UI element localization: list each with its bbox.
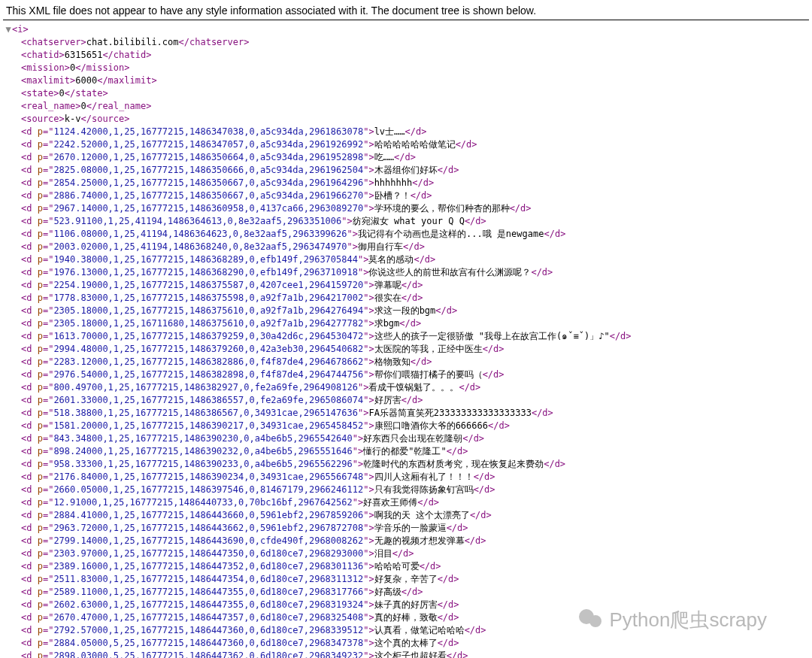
xml-d-element: <d p="2589.11000,1,25,16777215,148644735… (5, 586, 810, 599)
expand-arrow[interactable]: ▼ (5, 23, 12, 36)
xml-element: <chatserver>chat.bilibili.com</chatserve… (5, 36, 810, 49)
xml-d-element: <d p="2792.57000,1,25,16777215,148644736… (5, 624, 810, 637)
xml-element: <state>0</state> (5, 87, 810, 100)
xml-d-element: <d p="2254.19000,1,25,16777215,148637558… (5, 279, 810, 292)
xml-tree: ▼<i><chatserver>chat.bilibili.com</chats… (0, 20, 812, 658)
xml-d-element: <d p="523.91100,1,25,41194,1486364613,0,… (5, 215, 810, 228)
xml-d-element: <d p="2884.05000,5,25,16777215,148644736… (5, 637, 810, 650)
xml-d-element: <d p="2898.03000,5,25,16777215,148644736… (5, 650, 810, 658)
xml-d-element: <d p="898.24000,1,25,16777215,1486390232… (5, 445, 810, 458)
xml-d-element: <d p="2854.25000,1,25,16777215,148635066… (5, 177, 810, 190)
xml-d-element: <d p="2283.12000,1,25,16777215,148638288… (5, 356, 810, 368)
xml-d-element: <d p="12.91000,1,25,16777215,1486440733,… (5, 496, 810, 509)
xml-d-element: <d p="2825.08000,1,25,16777215,148635066… (5, 164, 810, 177)
xml-d-element: <d p="2511.83000,1,25,16777215,148644735… (5, 573, 810, 586)
xml-d-element: <d p="800.49700,1,25,16777215,1486382927… (5, 381, 810, 394)
xml-d-element: <d p="1124.42000,1,25,16777215,148634703… (5, 126, 810, 138)
xml-element: <chatid>6315651</chatid> (5, 49, 810, 62)
xml-no-style-notice: This XML file does not appear to have an… (3, 0, 809, 20)
xml-d-element: <d p="2886.74000,1,25,16777215,148635066… (5, 190, 810, 202)
xml-d-element: <d p="1613.70000,1,25,16777215,148637925… (5, 330, 810, 343)
xml-d-element: <d p="2602.63000,1,25,16777215,148644735… (5, 599, 810, 611)
xml-d-element: <d p="2303.97000,1,25,16777215,148644735… (5, 547, 810, 560)
xml-d-element: <d p="2670.47000,1,25,16777215,148644735… (5, 611, 810, 624)
xml-d-element: <d p="2799.14000,1,25,16777215,148644369… (5, 535, 810, 547)
xml-d-element: <d p="2305.18000,1,25,16777215,148637561… (5, 305, 810, 317)
xml-d-element: <d p="1106.08000,1,25,41194,1486364623,0… (5, 228, 810, 241)
xml-d-element: <d p="2660.05000,1,25,16777215,148639754… (5, 484, 810, 496)
xml-d-element: <d p="2003.02000,1,25,41194,1486368240,0… (5, 241, 810, 253)
xml-d-element: <d p="518.38800,1,25,16777215,1486386567… (5, 407, 810, 420)
xml-element: <maxlimit>6000</maxlimit> (5, 74, 810, 87)
xml-d-element: <d p="2884.41000,1,25,16777215,148644366… (5, 509, 810, 522)
xml-d-element: <d p="958.33300,1,25,16777215,1486390233… (5, 458, 810, 471)
xml-d-element: <d p="2967.14000,1,25,16777215,148636095… (5, 202, 810, 215)
xml-d-element: <d p="2176.84000,1,25,16777215,148639023… (5, 471, 810, 484)
xml-element: <real_name>0</real_name> (5, 100, 810, 113)
xml-d-element: <d p="2389.16000,1,25,16777215,148644735… (5, 560, 810, 573)
xml-d-element: <d p="1976.13000,1,25,16777215,148636829… (5, 266, 810, 279)
xml-d-element: <d p="2242.52000,1,25,16777215,148634705… (5, 138, 810, 151)
xml-d-element: <d p="2963.72000,1,25,16777215,148644366… (5, 522, 810, 535)
xml-d-element: <d p="2305.18000,1,25,16711680,148637561… (5, 317, 810, 330)
xml-d-element: <d p="2976.54000,1,25,16777215,148638289… (5, 368, 810, 381)
xml-d-element: <d p="843.34800,1,25,16777215,1486390230… (5, 432, 810, 445)
xml-d-element: <d p="2670.12000,1,25,16777215,148635066… (5, 151, 810, 164)
xml-element: <mission>0</mission> (5, 62, 810, 74)
xml-d-element: <d p="1940.38000,1,25,16777215,148636828… (5, 253, 810, 266)
xml-d-element: <d p="1581.20000,1,25,16777215,148639021… (5, 420, 810, 432)
xml-d-element: <d p="1778.83000,1,25,16777215,148637559… (5, 292, 810, 305)
xml-d-element: <d p="2994.48000,1,25,16777215,148637926… (5, 343, 810, 356)
xml-d-element: <d p="2601.33000,1,25,16777215,148638655… (5, 394, 810, 407)
xml-element: <source>k-v</source> (5, 113, 810, 126)
